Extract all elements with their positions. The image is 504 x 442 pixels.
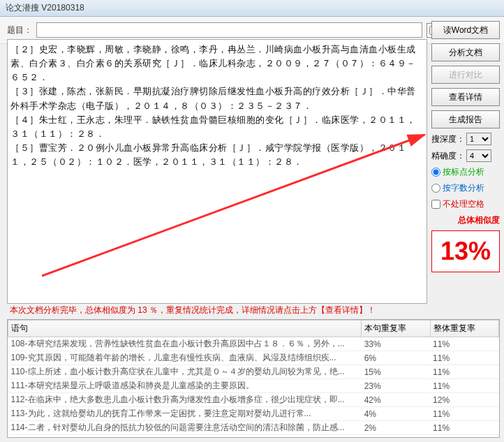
check-nospace-input[interactable] [431, 200, 440, 209]
col-sent-repeat[interactable]: 本句重复率 [362, 321, 430, 337]
table-cell: 112-在临床中，绝大多数患儿血小板计数升高为继发性血小板增多症，很少出现症状，… [8, 393, 362, 407]
table-cell: 11% [430, 379, 498, 393]
topic-label: 题目： [7, 24, 32, 36]
table-cell: 11% [430, 421, 498, 435]
reference-textarea[interactable]: ［２］史宏，李晓辉，周敏，李晓静，徐鸣，李丹，冉丛兰．川崎病血小板升高与血清血小… [7, 39, 427, 304]
report-button[interactable]: 生成报告 [431, 110, 500, 128]
table-cell: 6% [362, 351, 430, 365]
precision-select[interactable]: 4 [466, 149, 491, 162]
table-cell: 23% [362, 379, 430, 393]
check-nospace[interactable]: 不处理空格 [431, 198, 500, 210]
table-cell: 11% [430, 365, 498, 379]
table-cell: 109-究其原因，可能随着年龄的增长，儿童患有慢性疾病、血液病、风湿及结缔组织疾… [8, 351, 362, 365]
col-overall-repeat[interactable]: 整体重复率 [430, 321, 498, 337]
table-cell: 11% [430, 407, 498, 421]
table-cell: 114-二者，针对婴幼儿自身的抵抗力较低的问题需要注意活动空间的清洁和除菌，防止… [8, 421, 362, 435]
table-cell: 111-本研究结果显示上呼吸道感染和肺炎是儿童感染的主要原因。 [8, 379, 362, 393]
table-cell: 7% [362, 435, 430, 439]
status-message: 本次文档分析完毕，总体相似度为 13 ％，重复情况统计完成，详细情况请点击上方【… [10, 304, 426, 316]
window-title: 论文潜搜 V20180318 [6, 2, 84, 14]
radio-wordcount[interactable]: 按字数分析 [431, 182, 500, 194]
similarity-label: 总体相似度 [431, 214, 500, 226]
radio-wordcount-input[interactable] [431, 184, 440, 193]
table-cell: 2% [362, 421, 430, 435]
table-cell: 4% [362, 407, 430, 421]
topic-input[interactable] [36, 22, 422, 38]
table-row[interactable]: 111-本研究结果显示上呼吸道感染和肺炎是儿童感染的主要原因。23%11% [8, 379, 499, 393]
precision-row: 精确度： 4 [431, 149, 500, 162]
table-cell: 11% [430, 435, 498, 439]
table-header-row: 语句 本句重复率 整体重复率 [8, 321, 499, 337]
table-cell: 110-综上所述，血小板计数升高症状在儿童中，尤其是０～４岁的婴幼儿间较为常见，… [8, 365, 362, 379]
results-table[interactable]: 语句 本句重复率 整体重复率 108-本研究结果发现，营养性缺铁性贫血在血小板计… [8, 320, 499, 438]
depth-row: 搜深度： 1 [431, 133, 500, 145]
table-cell: 11% [430, 351, 498, 365]
reference-text: ［２］史宏，李晓辉，周敏，李晓静，徐鸣，李丹，冉丛兰．川崎病血小板升高与血清血小… [10, 43, 424, 169]
table-row[interactable]: 115-三者，要保证儿童饮食起居的规律性，保证充足的营养摄入。7%11% [8, 435, 499, 439]
table-cell: 12% [430, 393, 498, 407]
table-cell: 33% [362, 337, 430, 351]
depth-select[interactable]: 1 [466, 133, 491, 145]
results-table-wrap: 语句 本句重复率 整体重复率 108-本研究结果发现，营养性缺铁性贫血在血小板计… [7, 319, 500, 438]
depth-label: 搜深度： [431, 133, 465, 145]
radio-punct[interactable]: 按标点分析 [431, 166, 500, 178]
details-button[interactable]: 查看详情 [431, 88, 500, 106]
compare-button[interactable]: 进行对比 [431, 66, 500, 84]
analyze-button[interactable]: 分析文档 [431, 43, 500, 61]
table-row[interactable]: 109-究其原因，可能随着年龄的增长，儿童患有慢性疾病、血液病、风湿及结缔组织疾… [8, 351, 499, 365]
similarity-box: 13% [431, 230, 500, 272]
table-row[interactable]: 113-为此，这就给婴幼儿的抚育工作带来一定困扰，要注意定期对婴幼儿进行常...… [8, 407, 499, 421]
precision-label: 精确度： [431, 150, 465, 162]
table-cell: 115-三者，要保证儿童饮食起居的规律性，保证充足的营养摄入。 [8, 435, 362, 439]
radio-punct-input[interactable] [431, 168, 440, 177]
read-word-button[interactable]: 读Word文档 [431, 21, 500, 39]
table-cell: 42% [362, 393, 430, 407]
table-cell: 15% [362, 365, 430, 379]
right-panel: 读Word文档 分析文档 进行对比 查看详情 生成报告 搜深度： 1 精确度： … [431, 21, 500, 272]
table-cell: 113-为此，这就给婴幼儿的抚育工作带来一定困扰，要注意定期对婴幼儿进行常... [8, 407, 362, 421]
table-cell: 108-本研究结果发现，营养性缺铁性贫血在血小板计数升高原因中占１８．６％，另外… [8, 337, 362, 351]
table-cell: 11% [430, 337, 498, 351]
col-sentence[interactable]: 语句 [8, 321, 362, 337]
title-bar: 论文潜搜 V20180318 [0, 0, 504, 17]
table-row[interactable]: 114-二者，针对婴幼儿自身的抵抗力较低的问题需要注意活动空间的清洁和除菌，防止… [8, 421, 499, 435]
table-row[interactable]: 110-综上所述，血小板计数升高症状在儿童中，尤其是０～４岁的婴幼儿间较为常见，… [8, 365, 499, 379]
table-row[interactable]: 112-在临床中，绝大多数患儿血小板计数升高为继发性血小板增多症，很少出现症状，… [8, 393, 499, 407]
table-row[interactable]: 108-本研究结果发现，营养性缺铁性贫血在血小板计数升高原因中占１８．６％，另外… [8, 337, 499, 351]
similarity-value: 13% [440, 237, 491, 266]
